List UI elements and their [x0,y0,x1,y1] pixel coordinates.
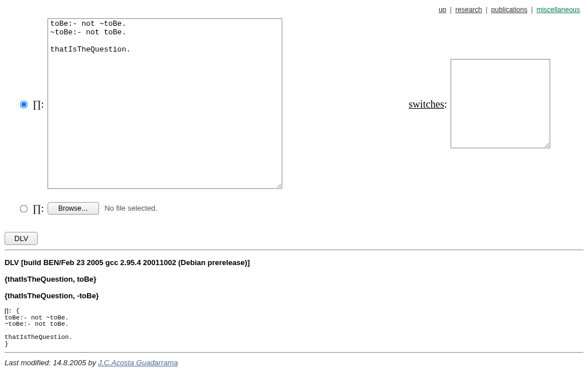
divider [5,250,583,250]
nav-sep: | [482,6,491,14]
pi-label-text: ∏: [33,98,44,110]
top-nav: up | research | publications | miscellan… [5,5,583,14]
output-model-2: {thatIsTheQuestion, -toBe} [5,291,583,300]
nav-research[interactable]: research [455,6,482,14]
dlv-submit-button[interactable]: DLV [5,232,38,245]
program-textarea[interactable] [48,18,282,189]
input-form: ∏: switches: ∏: Browse… No file selected… [5,17,552,216]
nav-publications[interactable]: publications [491,6,527,14]
nav-sep: | [527,6,536,14]
switches-colon: : [444,98,447,110]
footer: Last modified: 14.8.2005 by J.C.Acosta G… [5,358,583,367]
pi-label-file: ∏: [33,203,44,214]
radio-file-input[interactable] [20,204,28,212]
nav-sep: | [447,6,456,14]
nav-up[interactable]: up [439,6,446,14]
nav-miscellaneous[interactable]: miscellaneous [536,6,580,14]
browse-button[interactable]: Browse… [48,202,99,215]
footer-prefix: Last modified: 14.8.2005 by [5,358,98,367]
switches-textarea[interactable] [451,59,550,148]
footer-author-link[interactable]: J.C.Acosta Guadarrama [98,358,177,367]
no-file-label: No file selected. [104,204,157,212]
output-build-line: DLV [build BEN/Feb 23 2005 gcc 2.95.4 20… [5,258,583,267]
output-model-1: {thatIsTheQuestion, toBe} [5,275,583,283]
divider [5,352,583,353]
radio-text-input[interactable] [20,101,28,109]
output-echo: ∏: { toBe:- not ~toBe. ~toBe:- not toBe.… [5,308,583,348]
switches-label[interactable]: switches [409,98,444,110]
